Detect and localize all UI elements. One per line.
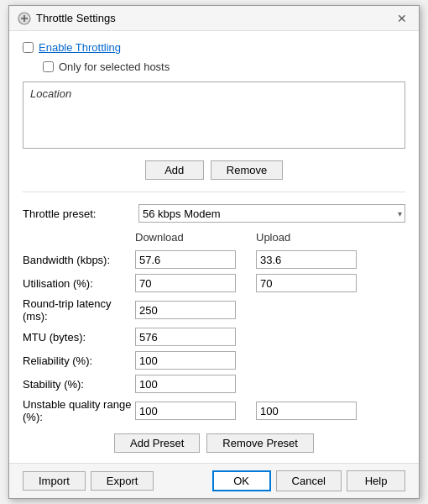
only-selected-hosts-row: Only for selected hosts — [23, 60, 405, 73]
location-header: Location — [30, 87, 71, 100]
reliability-download-input[interactable] — [135, 351, 236, 370]
add-remove-row: Add Remove — [23, 160, 405, 180]
bottom-right-buttons: OK Cancel Help — [212, 470, 405, 491]
bottom-left-buttons: Import Export — [23, 471, 154, 491]
stability-label: Stability (%): — [23, 378, 132, 391]
column-headers: Download Upload — [23, 231, 405, 244]
bandwidth-upload-input[interactable] — [256, 250, 357, 269]
throttle-preset-select-wrapper: 56 kbps Modem ISDN DSL Cable T1 Custom ▾ — [138, 204, 405, 223]
export-button[interactable]: Export — [91, 471, 154, 491]
settings-grid: Throttle preset: 56 kbps Modem ISDN DSL … — [23, 204, 405, 423]
col-header-download: Download — [135, 231, 253, 244]
preset-btn-row: Add Preset Remove Preset — [23, 433, 405, 453]
add-button[interactable]: Add — [145, 160, 204, 180]
bandwidth-row: Bandwidth (kbps): — [23, 250, 405, 269]
latency-row: Round-trip latency (ms): — [23, 297, 405, 323]
throttle-preset-select[interactable]: 56 kbps Modem ISDN DSL Cable T1 Custom — [138, 204, 405, 223]
bandwidth-label: Bandwidth (kbps): — [23, 254, 132, 266]
enable-throttling-checkbox[interactable] — [23, 42, 34, 53]
bandwidth-download-input[interactable] — [135, 250, 236, 269]
unstable-quality-label: Unstable quality range (%): — [23, 398, 132, 423]
utilisation-upload-input[interactable] — [256, 274, 357, 292]
reliability-label: Reliability (%): — [23, 354, 132, 367]
only-selected-hosts-label[interactable]: Only for selected hosts — [59, 60, 170, 73]
title-bar: Throttle Settings ✕ — [9, 6, 419, 31]
utilisation-label: Utilisation (%): — [23, 277, 132, 290]
stability-download-input[interactable] — [135, 375, 236, 393]
enable-throttling-label[interactable]: Enable Throttling — [39, 41, 121, 54]
dialog-title: Throttle Settings — [36, 12, 116, 24]
utilisation-download-input[interactable] — [135, 274, 236, 292]
ok-button[interactable]: OK — [212, 470, 271, 491]
stability-row: Stability (%): — [23, 375, 405, 393]
latency-label: Round-trip latency (ms): — [23, 297, 132, 323]
help-button[interactable]: Help — [347, 470, 405, 491]
enable-throttling-row: Enable Throttling — [23, 41, 405, 54]
throttle-settings-dialog: Throttle Settings ✕ Enable Throttling On… — [8, 5, 420, 499]
mtu-row: MTU (bytes): — [23, 328, 405, 346]
import-button[interactable]: Import — [23, 471, 86, 491]
dialog-icon — [18, 12, 31, 25]
add-preset-button[interactable]: Add Preset — [114, 433, 200, 453]
latency-download-input[interactable] — [135, 301, 236, 319]
unstable-quality-row: Unstable quality range (%): — [23, 398, 405, 423]
col-header-empty — [23, 231, 132, 244]
close-button[interactable]: ✕ — [394, 10, 410, 27]
mtu-label: MTU (bytes): — [23, 331, 132, 344]
throttle-preset-row: Throttle preset: 56 kbps Modem ISDN DSL … — [23, 204, 405, 223]
reliability-row: Reliability (%): — [23, 351, 405, 370]
dialog-body: Enable Throttling Only for selected host… — [9, 31, 419, 463]
separator-1 — [23, 192, 405, 192]
utilisation-row: Utilisation (%): — [23, 274, 405, 292]
cancel-button[interactable]: Cancel — [276, 470, 342, 491]
throttle-preset-label: Throttle preset: — [23, 207, 132, 220]
remove-preset-button[interactable]: Remove Preset — [206, 433, 314, 453]
mtu-download-input[interactable] — [135, 328, 236, 346]
col-header-upload: Upload — [256, 231, 373, 244]
title-bar-left: Throttle Settings — [18, 12, 116, 25]
unstable-quality-upload-input[interactable] — [256, 402, 357, 420]
bottom-bar: Import Export OK Cancel Help — [9, 463, 419, 498]
unstable-quality-download-input[interactable] — [135, 402, 236, 420]
only-selected-hosts-checkbox[interactable] — [43, 61, 54, 72]
location-box: Location — [23, 81, 405, 149]
remove-button[interactable]: Remove — [211, 160, 283, 180]
